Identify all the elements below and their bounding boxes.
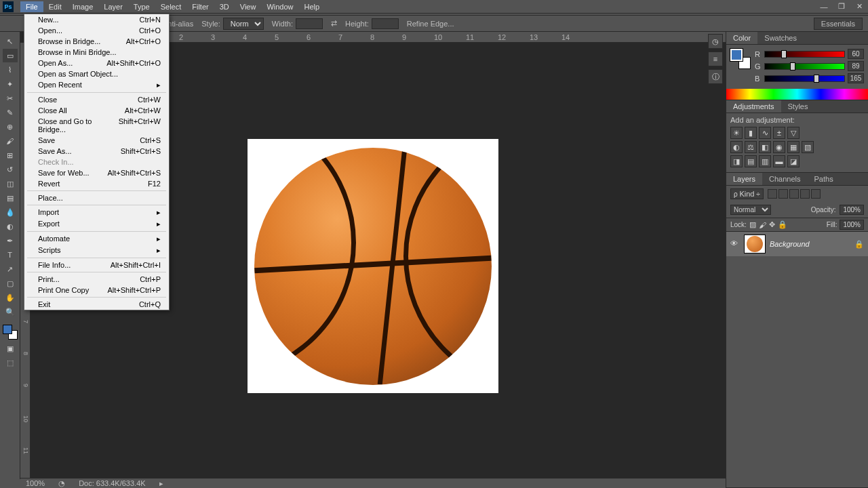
- r-value[interactable]: 60: [848, 49, 864, 59]
- menuitem-open-as-smart-object[interactable]: Open as Smart Object...: [24, 68, 169, 79]
- layer-kind-filter[interactable]: ρ Kind ÷: [730, 188, 764, 199]
- menuitem-file-info[interactable]: File Info...Alt+Shift+Ctrl+I: [24, 260, 169, 270]
- menuitem-revert[interactable]: RevertF12: [24, 178, 169, 189]
- swap-icon[interactable]: ⇄: [331, 19, 337, 28]
- lock-position-icon[interactable]: ✥: [769, 220, 775, 229]
- menuitem-save-as[interactable]: Save As...Shift+Ctrl+S: [24, 146, 169, 157]
- g-value[interactable]: 89: [848, 61, 864, 71]
- close-window-button[interactable]: ✕: [853, 2, 865, 12]
- menuitem-print[interactable]: Print...Ctrl+P: [24, 274, 169, 285]
- layer-thumbnail[interactable]: [744, 235, 766, 253]
- mixer-adj-icon[interactable]: ▦: [787, 141, 800, 153]
- menuitem-close-all[interactable]: Close AllAlt+Ctrl+W: [24, 105, 169, 116]
- filter-shape-icon[interactable]: [800, 189, 810, 199]
- move-tool[interactable]: ↖: [3, 35, 18, 48]
- height-input[interactable]: [372, 18, 399, 29]
- shape-tool[interactable]: ▢: [3, 277, 18, 290]
- threshold-adj-icon[interactable]: ▥: [759, 155, 771, 167]
- menu-window[interactable]: Window: [261, 1, 298, 12]
- menu-edit[interactable]: Edit: [43, 1, 67, 12]
- curves-adj-icon[interactable]: ∿: [759, 127, 771, 139]
- colorbal-adj-icon[interactable]: ⚖: [745, 141, 757, 153]
- poster-adj-icon[interactable]: ▤: [745, 155, 757, 167]
- eyedropper-tool[interactable]: ✎: [3, 106, 18, 119]
- tab-color[interactable]: Color: [726, 32, 757, 44]
- minimize-button[interactable]: —: [818, 2, 830, 12]
- width-input[interactable]: [296, 18, 323, 29]
- fill-input[interactable]: 100%: [840, 220, 864, 230]
- tab-adjustments[interactable]: Adjustments: [726, 100, 781, 113]
- zoom-level[interactable]: 100%: [26, 479, 45, 487]
- zoom-tool[interactable]: 🔍: [3, 305, 18, 319]
- invert-adj-icon[interactable]: ◨: [730, 155, 743, 167]
- screenmode-tool[interactable]: ⬚: [3, 356, 18, 369]
- vibrance-adj-icon[interactable]: ▽: [787, 127, 800, 139]
- document-canvas[interactable]: [248, 139, 498, 393]
- foreground-background-colors[interactable]: [1, 323, 19, 341]
- menuitem-exit[interactable]: ExitCtrl+Q: [24, 299, 169, 310]
- menuitem-automate[interactable]: Automate▸: [24, 233, 169, 245]
- path-tool[interactable]: ↗: [3, 262, 18, 276]
- selective-adj-icon[interactable]: ◪: [787, 155, 800, 167]
- tab-channels[interactable]: Channels: [762, 173, 807, 185]
- status-arrow-icon[interactable]: ▸: [159, 479, 163, 488]
- menuitem-place[interactable]: Place...: [24, 192, 169, 203]
- menu-image[interactable]: Image: [67, 1, 99, 12]
- hue-adj-icon[interactable]: ◐: [730, 141, 743, 153]
- layer-row-background[interactable]: 👁 Background 🔒: [726, 232, 868, 256]
- exposure-adj-icon[interactable]: ±: [773, 127, 785, 139]
- menuitem-save-for-web[interactable]: Save for Web...Alt+Shift+Ctrl+S: [24, 167, 169, 178]
- g-slider[interactable]: [764, 63, 845, 70]
- properties-dock-icon[interactable]: ≡: [708, 52, 723, 66]
- info-dock-icon[interactable]: ⓘ: [708, 69, 723, 84]
- menu-select[interactable]: Select: [155, 1, 187, 12]
- tab-styles[interactable]: Styles: [781, 100, 815, 113]
- bw-adj-icon[interactable]: ◧: [759, 141, 771, 153]
- style-select[interactable]: Normal: [223, 18, 264, 30]
- foreground-color-swatch[interactable]: [3, 325, 12, 334]
- menu-file[interactable]: File: [20, 1, 43, 12]
- lock-pixels-icon[interactable]: 🖌: [759, 221, 766, 229]
- crop-tool[interactable]: ✂: [3, 92, 18, 105]
- menuitem-open[interactable]: Open...Ctrl+O: [24, 25, 169, 36]
- maximize-button[interactable]: ❐: [835, 2, 848, 12]
- menu-filter[interactable]: Filter: [186, 1, 214, 12]
- menuitem-browse-in-bridge[interactable]: Browse in Bridge...Alt+Ctrl+O: [24, 36, 169, 47]
- menu-view[interactable]: View: [235, 1, 262, 12]
- pen-tool[interactable]: ✒: [3, 234, 18, 247]
- menuitem-print-one-copy[interactable]: Print One CopyAlt+Shift+Ctrl+P: [24, 285, 169, 296]
- menuitem-import[interactable]: Import▸: [24, 207, 169, 218]
- menuitem-browse-in-mini-bridge[interactable]: Browse in Mini Bridge...: [24, 47, 169, 58]
- eraser-tool[interactable]: ◫: [3, 177, 18, 190]
- hand-tool[interactable]: ✋: [3, 291, 18, 304]
- gradient-tool[interactable]: ▤: [3, 191, 18, 205]
- stamp-tool[interactable]: ⊞: [3, 148, 18, 162]
- tab-layers[interactable]: Layers: [726, 173, 762, 185]
- photo-adj-icon[interactable]: ◉: [773, 141, 785, 153]
- marquee-tool[interactable]: ▭: [3, 49, 18, 62]
- tab-paths[interactable]: Paths: [808, 173, 840, 185]
- history-dock-icon[interactable]: ◷: [708, 34, 723, 49]
- visibility-icon[interactable]: 👁: [730, 239, 740, 249]
- workspace-switcher[interactable]: Essentials: [814, 18, 863, 30]
- menuitem-new[interactable]: New...Ctrl+N: [24, 14, 169, 25]
- wand-tool[interactable]: ✦: [3, 77, 18, 91]
- menuitem-open-as[interactable]: Open As...Alt+Shift+Ctrl+O: [24, 58, 169, 68]
- menuitem-save[interactable]: SaveCtrl+S: [24, 135, 169, 146]
- tab-swatches[interactable]: Swatches: [757, 32, 804, 44]
- refine-edge-button[interactable]: Refine Edge...: [407, 20, 454, 28]
- filter-smart-icon[interactable]: [811, 189, 821, 199]
- filter-pixel-icon[interactable]: [768, 189, 777, 199]
- filter-type-icon[interactable]: [789, 189, 799, 199]
- menuitem-close[interactable]: CloseCtrl+W: [24, 94, 169, 105]
- menuitem-close-and-go-to-bridge[interactable]: Close and Go to Bridge...Shift+Ctrl+W: [24, 116, 169, 135]
- filter-adj-icon[interactable]: [778, 189, 788, 199]
- lasso-tool[interactable]: ⌇: [3, 63, 18, 77]
- menuitem-scripts[interactable]: Scripts▸: [24, 245, 169, 256]
- healing-tool[interactable]: ⊕: [3, 120, 18, 134]
- menu-help[interactable]: Help: [299, 1, 326, 12]
- gradmap-adj-icon[interactable]: ▬: [773, 155, 785, 167]
- blur-tool[interactable]: 💧: [3, 205, 18, 219]
- menuitem-export[interactable]: Export▸: [24, 218, 169, 230]
- history-brush-tool[interactable]: ↺: [3, 163, 18, 176]
